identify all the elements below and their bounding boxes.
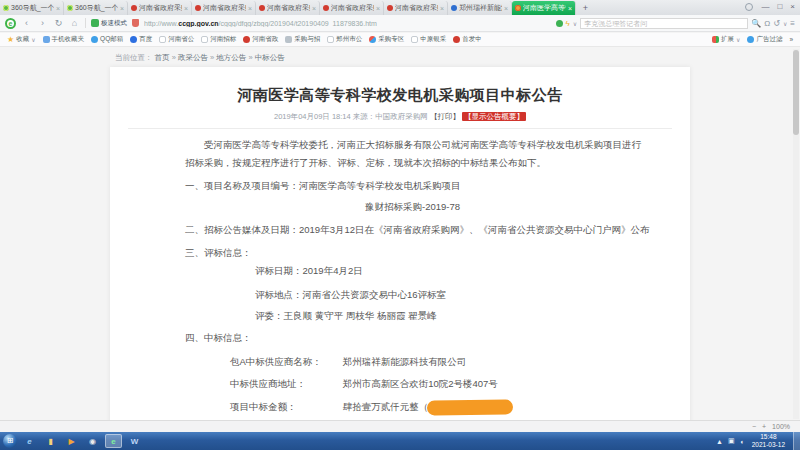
print-button[interactable]: 【打印】 xyxy=(430,112,460,121)
zoom-in-button[interactable]: + xyxy=(762,423,766,430)
tab-zhengzhou-ruixiang[interactable]: 郑州瑞祥新能源科技 × xyxy=(448,1,512,15)
address-value: 郑州市高新区合欢街10院2号楼407号 xyxy=(343,378,498,389)
document-icon xyxy=(159,36,166,43)
network-icon[interactable]: ▣ xyxy=(728,437,735,445)
url-path: /cggg/dfgg/zbgg/201904/t20190409_1187983… xyxy=(219,20,377,27)
tab-label: 河南省政府采购网 xyxy=(139,3,182,13)
breadcrumb-cat2-link[interactable]: 地方公告 xyxy=(216,53,246,62)
zoom-out-button[interactable]: − xyxy=(752,423,756,430)
summary-badge-button[interactable]: 【显示公告概要】 xyxy=(462,112,526,121)
tab-close-icon[interactable]: × xyxy=(376,5,380,12)
bookmarks-overflow-button[interactable]: » xyxy=(789,36,793,43)
bookmark-favorites[interactable]: ★ 收藏 ∨ xyxy=(7,35,36,44)
tab-360-nav-1[interactable]: 360导航_一个主页 × xyxy=(0,1,64,15)
tab-close-icon[interactable]: × xyxy=(440,5,444,12)
restore-closed-tab-icon[interactable]: ↺ xyxy=(773,19,780,28)
extensions-button[interactable]: 扩展 ∨ xyxy=(712,35,740,44)
taskbar-folder-icon[interactable]: ▮ xyxy=(42,434,59,448)
breadcrumb-cat1-link[interactable]: 政采公告 xyxy=(178,53,208,62)
tab-close-icon[interactable]: × xyxy=(184,5,188,12)
multicolor-site-icon xyxy=(369,36,376,43)
taskbar-360-browser-icon[interactable]: e xyxy=(105,434,122,448)
bookmark-shoufa[interactable]: 首发中 xyxy=(453,35,482,44)
tray-expand-icon[interactable]: ▲ xyxy=(716,438,723,445)
forward-button[interactable]: › xyxy=(37,18,48,28)
bookmark-zhengzhou-public[interactable]: 郑州市公 xyxy=(327,35,362,44)
speed-boost-icon[interactable]: ϟ xyxy=(566,19,570,28)
breadcrumb-home-link[interactable]: 首页 xyxy=(155,53,170,62)
tab-label: 郑州瑞祥新能源科技 xyxy=(459,3,502,13)
address-url[interactable]: http://www.ccgp.gov.cn/cggg/dfgg/zbgg/20… xyxy=(144,20,377,27)
back-button[interactable]: ‹ xyxy=(21,18,32,28)
tab-bar: 360导航_一个主页 × 360导航_一个主页 × 河南省政府采购网 × 河南省… xyxy=(0,0,800,15)
tab-close-icon[interactable]: × xyxy=(504,5,508,12)
tab-close-icon[interactable]: × xyxy=(312,5,316,12)
page-title: 河南医学高等专科学校发电机采购项目中标公告 xyxy=(110,86,690,105)
new-tab-button[interactable]: + xyxy=(579,2,592,14)
site-safety-icon[interactable] xyxy=(132,19,139,27)
close-button[interactable]: × xyxy=(790,2,795,12)
show-desktop-button[interactable] xyxy=(793,432,800,450)
bookmark-henan-bidding[interactable]: 河南招标 xyxy=(201,35,236,44)
taskbar-media-player-icon[interactable]: ▶ xyxy=(63,434,80,448)
minimize-button[interactable]: — xyxy=(761,2,769,12)
tab-henan-procurement-3[interactable]: 河南省政府采购网 × xyxy=(256,1,320,15)
bookmark-baidu[interactable]: 百度 xyxy=(130,35,152,44)
site-points-icon[interactable] xyxy=(556,20,563,27)
chevron-down-icon[interactable]: ∨ xyxy=(783,20,787,27)
tab-close-icon[interactable]: × xyxy=(56,5,60,12)
taskbar-chrome-icon[interactable]: ◉ xyxy=(84,434,101,448)
bookmark-mobile-favorites[interactable]: 手机收藏夹 xyxy=(43,35,85,44)
home-button[interactable]: ⌂ xyxy=(69,18,80,28)
breadcrumb-separator: » xyxy=(172,53,176,62)
tab-henan-procurement-1[interactable]: 河南省政府采购网 × xyxy=(128,1,192,15)
tab-close-icon[interactable]: × xyxy=(120,5,124,12)
tab-henan-procurement-2[interactable]: 河南省政府采购网 × xyxy=(192,1,256,15)
tab-close-icon[interactable]: × xyxy=(248,5,252,12)
breadcrumb-cat3-link[interactable]: 中标公告 xyxy=(255,53,285,62)
bookmark-zhongyuan-bank[interactable]: 中原银采 xyxy=(411,35,446,44)
maximize-button[interactable]: □ xyxy=(777,2,782,12)
winner-address-row: 中标供应商地址： 郑州市高新区合欢街10院2号楼407号 xyxy=(230,378,498,390)
bookmark-procurement-bid[interactable]: 采购与招 xyxy=(285,35,320,44)
headset-icon[interactable]: Ω xyxy=(764,19,770,28)
volume-icon[interactable]: ◖ xyxy=(740,438,744,445)
search-input[interactable] xyxy=(580,18,748,29)
start-button[interactable]: ⊞ xyxy=(3,434,17,448)
menu-icon[interactable]: ≡ xyxy=(790,19,795,28)
page-scrollbar[interactable] xyxy=(793,49,799,419)
bookmark-henan-gov[interactable]: 河南省政 xyxy=(243,35,278,44)
browser-logo-icon[interactable]: e xyxy=(5,18,16,29)
bookmark-label: 河南招标 xyxy=(210,35,236,44)
scrollbar-thumb[interactable] xyxy=(793,50,799,135)
browser-mode-chip[interactable]: 极速模式 xyxy=(91,19,127,28)
taskbar-word-icon[interactable]: W xyxy=(126,434,143,448)
bookmark-label: 河南省公 xyxy=(168,35,194,44)
tab-label: 河南省政府采购网 xyxy=(395,3,438,13)
chevron-down-icon[interactable]: ∨ xyxy=(573,20,577,27)
search-icon[interactable]: 🔍 xyxy=(751,19,761,28)
bookmark-label: 首发中 xyxy=(462,35,482,44)
user-avatar-icon[interactable] xyxy=(745,3,753,11)
tab-close-icon[interactable]: × xyxy=(568,5,572,12)
publish-datetime: 2019年04月09日 18:14 xyxy=(274,112,351,121)
taskbar-clock[interactable]: 15:48 2021-03-12 xyxy=(749,433,788,449)
bookmark-henan-public[interactable]: 河南省公 xyxy=(159,35,194,44)
page-viewport: 当前位置： 首页 » 政采公告 » 地方公告 » 中标公告 河南医学高等专科学校… xyxy=(0,48,800,420)
bookmark-label: 郑州市公 xyxy=(336,35,362,44)
adblock-button[interactable]: 广告过滤 xyxy=(747,35,782,44)
bookmark-procurement-zone[interactable]: 采购专区 xyxy=(369,35,404,44)
tab-henan-medical-college-active[interactable]: 河南医学高等专科 × xyxy=(512,1,576,15)
clock-date: 2021-03-12 xyxy=(752,441,785,449)
tab-henan-procurement-4[interactable]: 河南省政府采购网 × xyxy=(320,1,384,15)
refresh-button[interactable]: ↻ xyxy=(53,18,64,28)
taskbar-ie-icon[interactable]: e xyxy=(21,434,38,448)
winner-label: 包A中标供应商名称： xyxy=(230,356,340,368)
bookmark-label: 采购专区 xyxy=(378,35,404,44)
evaluation-date: 评标日期：2019年4月2日 xyxy=(255,265,363,277)
bookmark-label: QQ邮箱 xyxy=(100,35,123,44)
tab-henan-procurement-5[interactable]: 河南省政府采购网 × xyxy=(384,1,448,15)
tab-360-nav-2[interactable]: 360导航_一个主页 × xyxy=(64,1,128,15)
bookmark-qq-mail[interactable]: QQ邮箱 xyxy=(91,35,123,44)
breadcrumb: 当前位置： 首页 » 政采公告 » 地方公告 » 中标公告 xyxy=(115,53,285,63)
